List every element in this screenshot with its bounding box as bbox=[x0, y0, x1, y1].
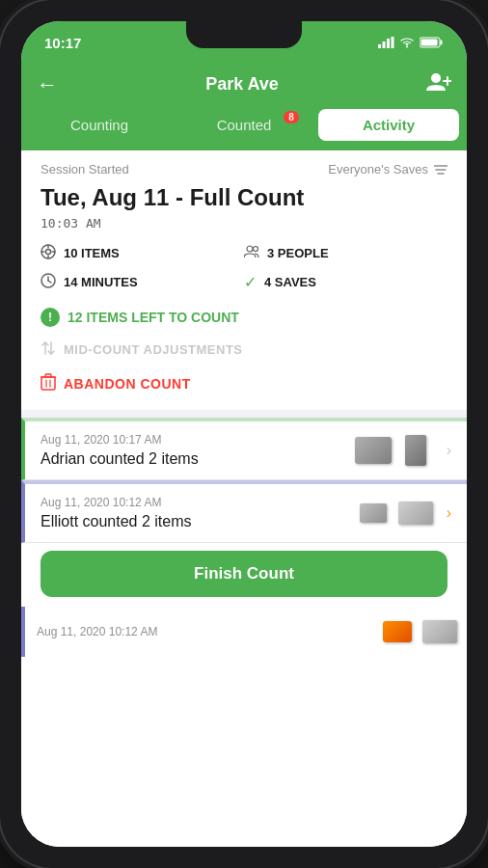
svg-rect-2 bbox=[387, 39, 390, 48]
items-left-text: 12 ITEMS LEFT TO COUNT bbox=[68, 310, 239, 325]
partial-date: Aug 11, 2020 10:12 AM bbox=[37, 625, 157, 638]
stat-minutes: 14 MINUTES bbox=[41, 273, 244, 292]
trash-icon bbox=[41, 373, 56, 394]
chevron-right-icon: › bbox=[447, 504, 451, 522]
abandon-label: ABANDON COUNT bbox=[64, 376, 191, 392]
activity-item-right: › bbox=[354, 433, 451, 468]
count-time: 10:03 AM bbox=[41, 216, 447, 231]
svg-point-8 bbox=[431, 73, 441, 83]
minutes-count: 14 MINUTES bbox=[64, 275, 138, 289]
mid-count-label: MID-COUNT ADJUSTMENTS bbox=[64, 342, 243, 357]
activity-item[interactable]: Aug 11, 2020 10:17 AM Adrian counted 2 i… bbox=[21, 418, 467, 480]
activity-description: Elliott counted 2 items bbox=[41, 513, 354, 530]
status-icons bbox=[378, 37, 444, 48]
clock-icon-svg bbox=[41, 273, 56, 288]
people-icon-svg bbox=[244, 245, 259, 258]
activity-item-left: Aug 11, 2020 10:12 AM Elliott counted 2 … bbox=[41, 496, 354, 530]
chevron-right-icon: › bbox=[447, 442, 451, 459]
transfer-icon bbox=[41, 340, 56, 356]
abandon-row[interactable]: ABANDON COUNT bbox=[41, 373, 447, 394]
thumbnail-4 bbox=[396, 496, 435, 530]
clock-icon bbox=[41, 273, 56, 292]
count-card: Tue, Aug 11 - Full Count 10:03 AM bbox=[21, 184, 467, 418]
item-thumbnails bbox=[354, 496, 435, 530]
wifi-icon bbox=[399, 37, 415, 48]
status-time: 10:17 bbox=[44, 35, 81, 51]
app-header: ← Park Ave bbox=[21, 64, 467, 109]
svg-point-15 bbox=[46, 249, 51, 254]
mid-count-row[interactable]: MID-COUNT ADJUSTMENTS bbox=[41, 340, 447, 360]
back-button[interactable]: ← bbox=[37, 72, 58, 97]
notch bbox=[186, 21, 302, 48]
item-thumbnails bbox=[354, 433, 435, 468]
finish-count-button[interactable]: Finish Count bbox=[41, 551, 447, 597]
activity-list: Aug 11, 2020 10:17 AM Adrian counted 2 i… bbox=[21, 418, 467, 847]
signal-icon bbox=[378, 37, 394, 48]
svg-rect-7 bbox=[421, 40, 438, 46]
session-header: Session Started Everyone's Saves bbox=[21, 150, 467, 184]
thumbnail-3 bbox=[354, 496, 393, 530]
counted-badge: 8 bbox=[284, 111, 299, 123]
tab-counted[interactable]: Counted 8 bbox=[174, 109, 314, 141]
people-icon bbox=[244, 245, 259, 262]
items-count: 10 ITEMS bbox=[64, 246, 120, 260]
tab-activity[interactable]: Activity bbox=[318, 109, 459, 141]
svg-rect-3 bbox=[392, 37, 394, 48]
svg-point-21 bbox=[254, 246, 258, 251]
main-content: Session Started Everyone's Saves Tue, Au… bbox=[21, 150, 467, 847]
activity-item-right: › bbox=[354, 496, 451, 530]
thumbnail-1 bbox=[354, 433, 393, 468]
stats-grid: 10 ITEMS 3 PEOPLE bbox=[41, 244, 447, 292]
finish-btn-container: Finish Count bbox=[21, 543, 467, 607]
svg-point-20 bbox=[247, 246, 253, 252]
people-count: 3 PEOPLE bbox=[267, 246, 329, 260]
svg-rect-1 bbox=[383, 41, 386, 48]
add-user-button[interactable] bbox=[426, 71, 451, 97]
filter-icon bbox=[434, 164, 447, 176]
saves-count: 4 SAVES bbox=[264, 275, 316, 289]
items-icon bbox=[41, 244, 56, 263]
status-bar: 10:17 bbox=[21, 21, 467, 64]
filter-label: Everyone's Saves bbox=[328, 162, 428, 176]
items-left-alert: ! 12 ITEMS LEFT TO COUNT bbox=[41, 308, 447, 327]
svg-point-4 bbox=[406, 46, 408, 48]
filter-row[interactable]: Everyone's Saves bbox=[328, 162, 447, 176]
page-title: Park Ave bbox=[205, 74, 279, 95]
settings-icon bbox=[41, 244, 56, 259]
count-title: Tue, Aug 11 - Full Count bbox=[41, 184, 447, 212]
stat-people: 3 PEOPLE bbox=[244, 244, 447, 263]
battery-icon bbox=[420, 37, 444, 48]
tab-bar: Counting Counted 8 Activity bbox=[21, 109, 467, 150]
adjustments-icon bbox=[41, 340, 56, 360]
activity-item[interactable]: Aug 11, 2020 10:12 AM Elliott counted 2 … bbox=[21, 480, 467, 543]
svg-rect-6 bbox=[441, 41, 443, 45]
thumbnail-5 bbox=[378, 614, 417, 649]
session-started-label: Session Started bbox=[41, 162, 129, 176]
thumbnail-6 bbox=[420, 614, 459, 649]
stat-items: 10 ITEMS bbox=[41, 244, 244, 263]
svg-rect-0 bbox=[378, 44, 381, 48]
activity-date: Aug 11, 2020 10:17 AM bbox=[41, 433, 354, 447]
add-person-icon bbox=[426, 71, 451, 93]
alert-icon: ! bbox=[41, 308, 60, 327]
thumbnail-2 bbox=[396, 433, 435, 468]
svg-line-24 bbox=[48, 281, 51, 283]
svg-rect-27 bbox=[41, 377, 55, 390]
activity-item-left: Aug 11, 2020 10:17 AM Adrian counted 2 i… bbox=[41, 433, 354, 468]
trash-icon-svg bbox=[41, 373, 56, 391]
partial-activity-item[interactable]: Aug 11, 2020 10:12 AM bbox=[21, 607, 467, 657]
activity-date: Aug 11, 2020 10:12 AM bbox=[41, 496, 354, 509]
partial-thumbnails bbox=[378, 614, 459, 649]
check-icon: ✓ bbox=[244, 273, 257, 291]
activity-description: Adrian counted 2 items bbox=[41, 450, 354, 468]
tab-counting[interactable]: Counting bbox=[29, 109, 170, 141]
stat-saves: ✓ 4 SAVES bbox=[244, 273, 447, 292]
